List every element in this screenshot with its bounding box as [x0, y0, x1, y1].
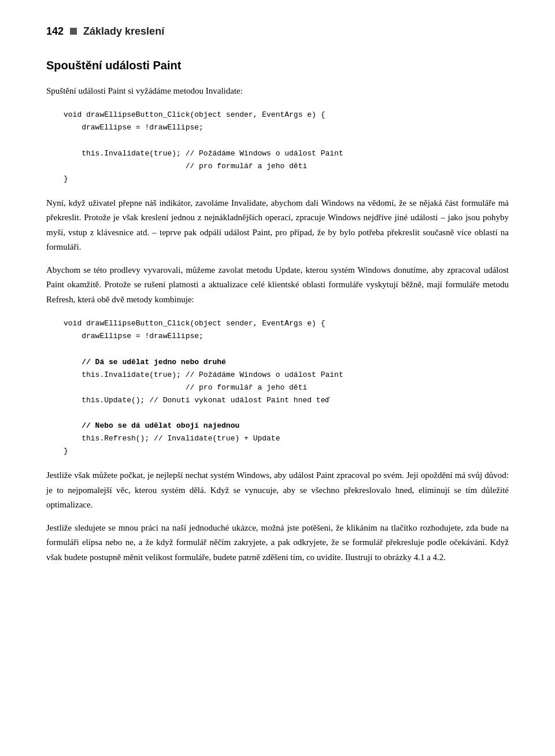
section-title: Spouštění události Paint [46, 56, 509, 75]
code-line: this.Invalidate(true); // Požádáme Windo… [64, 149, 343, 158]
section-intro: Spuštění události Paint si vyžádáme meto… [46, 84, 509, 99]
page-container: 142 Základy kreslení Spouštění události … [0, 0, 555, 607]
code-line: void drawEllipseButton_Click(object send… [64, 110, 325, 119]
page-marker-icon [69, 27, 77, 35]
code-block-1: void drawEllipseButton_Click(object send… [64, 109, 509, 186]
code-line: void drawEllipseButton_Click(object send… [64, 319, 325, 328]
code-line: // pro formulář a jeho děti [64, 162, 307, 171]
code-line: this.Invalidate(true); // Požádáme Windo… [64, 370, 343, 379]
page-header: 142 Základy kreslení [46, 23, 509, 40]
code-line: this.Update(); // Donutí vykonat událost… [64, 396, 330, 405]
page-number: 142 [46, 23, 64, 40]
chapter-title: Základy kreslení [83, 23, 164, 40]
code-line: drawEllipse = !drawEllipse; [64, 123, 204, 132]
svg-rect-0 [70, 28, 77, 35]
code-line: } [64, 447, 68, 455]
paragraph-2: Abychom se této prodlevy vyvarovali, můž… [46, 263, 509, 307]
paragraph-4: Jestliže sledujete se mnou práci na naší… [46, 521, 509, 565]
code-line: this.Refresh(); // Invalidate(true) + Up… [64, 434, 280, 443]
code-comment: // Nebo se dá udělat obojí najednou [64, 421, 239, 430]
code-line: } [64, 175, 68, 183]
code-line: // pro formulář a jeho děti [64, 383, 307, 392]
paragraph-3: Jestliže však můžete počkat, je nejlepší… [46, 468, 509, 513]
code-comment: // Dá se udělat jedno nebo druhé [64, 358, 226, 366]
code-block-2: void drawEllipseButton_Click(object send… [64, 317, 509, 458]
paragraph-1: Nyní, když uživatel přepne náš indikátor… [46, 196, 509, 255]
code-line: drawEllipse = !drawEllipse; [64, 332, 204, 340]
